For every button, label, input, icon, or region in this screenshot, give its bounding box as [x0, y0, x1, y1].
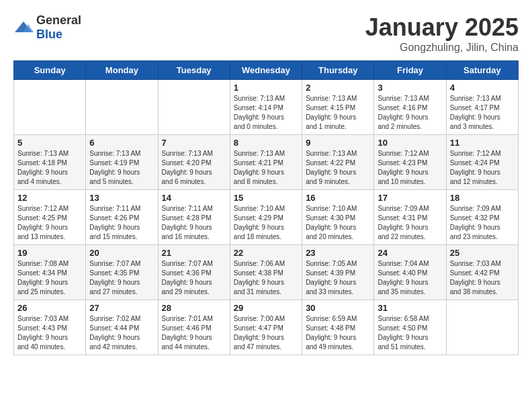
calendar-cell	[446, 300, 518, 355]
calendar-cell: 25Sunrise: 7:03 AM Sunset: 4:42 PM Dayli…	[446, 245, 518, 300]
day-number: 25	[450, 248, 515, 258]
day-detail: Sunrise: 7:13 AM Sunset: 4:15 PM Dayligh…	[306, 94, 370, 132]
day-detail: Sunrise: 7:13 AM Sunset: 4:21 PM Dayligh…	[234, 149, 298, 187]
day-number: 29	[234, 303, 298, 313]
calendar-cell: 5Sunrise: 7:13 AM Sunset: 4:18 PM Daylig…	[14, 135, 86, 190]
calendar-cell: 8Sunrise: 7:13 AM Sunset: 4:21 PM Daylig…	[230, 135, 302, 190]
day-number: 30	[306, 303, 370, 313]
day-number: 12	[17, 193, 82, 203]
day-detail: Sunrise: 7:13 AM Sunset: 4:20 PM Dayligh…	[162, 149, 226, 187]
day-detail: Sunrise: 6:58 AM Sunset: 4:50 PM Dayligh…	[378, 314, 442, 352]
day-detail: Sunrise: 7:12 AM Sunset: 4:24 PM Dayligh…	[450, 149, 515, 187]
day-number: 11	[450, 138, 515, 148]
calendar-cell: 22Sunrise: 7:06 AM Sunset: 4:38 PM Dayli…	[230, 245, 302, 300]
day-number: 21	[162, 248, 226, 258]
calendar-table: SundayMondayTuesdayWednesdayThursdayFrid…	[13, 60, 519, 355]
calendar-cell: 30Sunrise: 6:59 AM Sunset: 4:48 PM Dayli…	[302, 300, 374, 355]
day-number: 4	[450, 83, 515, 93]
day-detail: Sunrise: 7:13 AM Sunset: 4:18 PM Dayligh…	[17, 149, 82, 187]
day-number: 1	[234, 83, 298, 93]
calendar-cell: 21Sunrise: 7:07 AM Sunset: 4:36 PM Dayli…	[158, 245, 230, 300]
calendar-week-row: 1Sunrise: 7:13 AM Sunset: 4:14 PM Daylig…	[14, 80, 519, 135]
calendar-cell: 31Sunrise: 6:58 AM Sunset: 4:50 PM Dayli…	[374, 300, 446, 355]
day-number: 2	[306, 83, 370, 93]
weekday-header: Friday	[374, 61, 446, 80]
calendar-cell: 3Sunrise: 7:13 AM Sunset: 4:16 PM Daylig…	[374, 80, 446, 135]
day-detail: Sunrise: 7:11 AM Sunset: 4:26 PM Dayligh…	[89, 204, 154, 242]
calendar-week-row: 19Sunrise: 7:08 AM Sunset: 4:34 PM Dayli…	[14, 245, 519, 300]
day-detail: Sunrise: 7:05 AM Sunset: 4:39 PM Dayligh…	[306, 259, 370, 297]
day-number: 10	[378, 138, 442, 148]
day-number: 3	[378, 83, 442, 93]
day-detail: Sunrise: 7:04 AM Sunset: 4:40 PM Dayligh…	[378, 259, 442, 297]
calendar-week-row: 12Sunrise: 7:12 AM Sunset: 4:25 PM Dayli…	[14, 190, 519, 245]
day-number: 18	[450, 193, 515, 203]
logo-blue: Blue	[36, 28, 62, 41]
day-detail: Sunrise: 7:10 AM Sunset: 4:30 PM Dayligh…	[306, 204, 370, 242]
day-number: 26	[17, 303, 82, 313]
calendar-cell: 19Sunrise: 7:08 AM Sunset: 4:34 PM Dayli…	[14, 245, 86, 300]
day-number: 31	[378, 303, 442, 313]
day-detail: Sunrise: 7:09 AM Sunset: 4:31 PM Dayligh…	[378, 204, 442, 242]
day-detail: Sunrise: 7:10 AM Sunset: 4:29 PM Dayligh…	[234, 204, 298, 242]
day-detail: Sunrise: 7:13 AM Sunset: 4:19 PM Dayligh…	[89, 149, 154, 187]
day-number: 8	[234, 138, 298, 148]
calendar-cell: 16Sunrise: 7:10 AM Sunset: 4:30 PM Dayli…	[302, 190, 374, 245]
calendar-cell: 7Sunrise: 7:13 AM Sunset: 4:20 PM Daylig…	[158, 135, 230, 190]
header: General Blue January 2025 Gongzhuling, J…	[13, 13, 519, 54]
weekday-header: Sunday	[14, 61, 86, 80]
logo-icon	[13, 20, 34, 35]
day-detail: Sunrise: 7:13 AM Sunset: 4:22 PM Dayligh…	[306, 149, 370, 187]
calendar-cell: 26Sunrise: 7:03 AM Sunset: 4:43 PM Dayli…	[14, 300, 86, 355]
day-number: 27	[89, 303, 154, 313]
day-number: 17	[378, 193, 442, 203]
day-number: 6	[89, 138, 154, 148]
day-number: 7	[162, 138, 226, 148]
day-detail: Sunrise: 7:03 AM Sunset: 4:43 PM Dayligh…	[17, 314, 82, 352]
calendar-cell: 29Sunrise: 7:00 AM Sunset: 4:47 PM Dayli…	[230, 300, 302, 355]
calendar-cell: 13Sunrise: 7:11 AM Sunset: 4:26 PM Dayli…	[86, 190, 158, 245]
weekday-header: Saturday	[446, 61, 518, 80]
location-title: Gongzhuling, Jilin, China	[365, 42, 519, 54]
calendar-week-row: 26Sunrise: 7:03 AM Sunset: 4:43 PM Dayli…	[14, 300, 519, 355]
day-number: 14	[162, 193, 226, 203]
calendar-cell: 17Sunrise: 7:09 AM Sunset: 4:31 PM Dayli…	[374, 190, 446, 245]
calendar-week-row: 5Sunrise: 7:13 AM Sunset: 4:18 PM Daylig…	[14, 135, 519, 190]
day-number: 23	[306, 248, 370, 258]
day-number: 28	[162, 303, 226, 313]
day-number: 16	[306, 193, 370, 203]
day-detail: Sunrise: 7:07 AM Sunset: 4:35 PM Dayligh…	[89, 259, 154, 297]
day-detail: Sunrise: 7:13 AM Sunset: 4:17 PM Dayligh…	[450, 94, 515, 132]
calendar-cell: 23Sunrise: 7:05 AM Sunset: 4:39 PM Dayli…	[302, 245, 374, 300]
day-detail: Sunrise: 7:13 AM Sunset: 4:16 PM Dayligh…	[378, 94, 442, 132]
day-detail: Sunrise: 6:59 AM Sunset: 4:48 PM Dayligh…	[306, 314, 370, 352]
calendar-cell: 27Sunrise: 7:02 AM Sunset: 4:44 PM Dayli…	[86, 300, 158, 355]
logo-general: General	[36, 13, 81, 27]
day-detail: Sunrise: 7:12 AM Sunset: 4:25 PM Dayligh…	[17, 204, 82, 242]
calendar-cell: 20Sunrise: 7:07 AM Sunset: 4:35 PM Dayli…	[86, 245, 158, 300]
calendar-cell	[14, 80, 86, 135]
logo: General Blue	[13, 13, 81, 42]
calendar-cell: 14Sunrise: 7:11 AM Sunset: 4:28 PM Dayli…	[158, 190, 230, 245]
calendar-cell: 6Sunrise: 7:13 AM Sunset: 4:19 PM Daylig…	[86, 135, 158, 190]
day-detail: Sunrise: 7:06 AM Sunset: 4:38 PM Dayligh…	[234, 259, 298, 297]
day-detail: Sunrise: 7:11 AM Sunset: 4:28 PM Dayligh…	[162, 204, 226, 242]
day-detail: Sunrise: 7:02 AM Sunset: 4:44 PM Dayligh…	[89, 314, 154, 352]
day-detail: Sunrise: 7:07 AM Sunset: 4:36 PM Dayligh…	[162, 259, 226, 297]
calendar-cell: 10Sunrise: 7:12 AM Sunset: 4:23 PM Dayli…	[374, 135, 446, 190]
day-number: 22	[234, 248, 298, 258]
day-detail: Sunrise: 7:01 AM Sunset: 4:46 PM Dayligh…	[162, 314, 226, 352]
month-title: January 2025	[365, 13, 519, 42]
calendar-cell: 1Sunrise: 7:13 AM Sunset: 4:14 PM Daylig…	[230, 80, 302, 135]
calendar-cell	[158, 80, 230, 135]
calendar-cell: 4Sunrise: 7:13 AM Sunset: 4:17 PM Daylig…	[446, 80, 518, 135]
day-number: 5	[17, 138, 82, 148]
day-number: 20	[89, 248, 154, 258]
day-number: 24	[378, 248, 442, 258]
calendar-cell: 2Sunrise: 7:13 AM Sunset: 4:15 PM Daylig…	[302, 80, 374, 135]
day-detail: Sunrise: 7:03 AM Sunset: 4:42 PM Dayligh…	[450, 259, 515, 297]
day-number: 13	[89, 193, 154, 203]
calendar-cell: 28Sunrise: 7:01 AM Sunset: 4:46 PM Dayli…	[158, 300, 230, 355]
day-detail: Sunrise: 7:09 AM Sunset: 4:32 PM Dayligh…	[450, 204, 515, 242]
day-number: 19	[17, 248, 82, 258]
